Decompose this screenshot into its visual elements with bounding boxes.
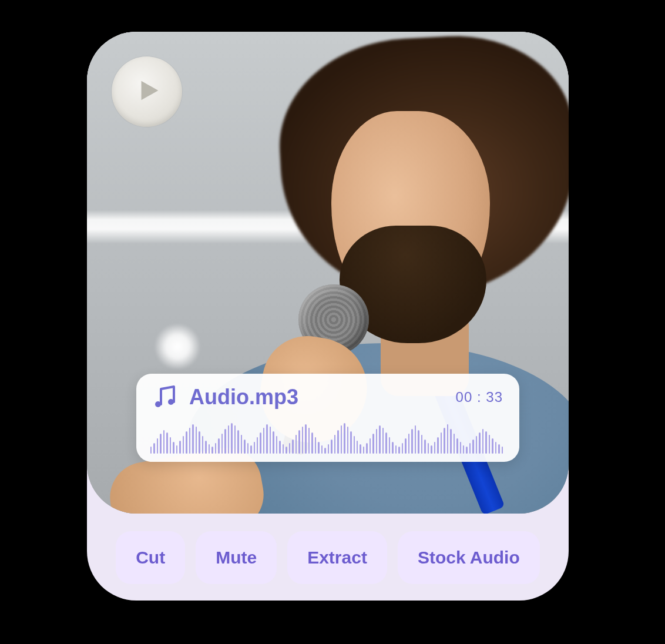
action-row: CutMuteExtractStock Audio: [87, 531, 569, 584]
play-button[interactable]: [112, 56, 182, 127]
cut-button[interactable]: Cut: [116, 531, 185, 584]
audio-clip-bar[interactable]: Audio.mp3 00 : 33: [136, 374, 519, 462]
music-note-icon: [150, 383, 179, 411]
audio-waveform[interactable]: [150, 420, 503, 454]
audio-editor-card: Audio.mp3 00 : 33 CutMuteExtractStock Au…: [87, 32, 569, 601]
mute-button[interactable]: Mute: [196, 531, 277, 584]
audio-filename: Audio.mp3: [189, 385, 445, 410]
svg-point-0: [155, 401, 161, 407]
play-icon: [131, 77, 163, 106]
extract-button[interactable]: Extract: [287, 531, 387, 584]
svg-point-1: [168, 399, 174, 405]
audio-timecode: 00 : 33: [456, 389, 503, 405]
stock-button[interactable]: Stock Audio: [398, 531, 540, 584]
video-preview[interactable]: Audio.mp3 00 : 33: [87, 32, 569, 514]
